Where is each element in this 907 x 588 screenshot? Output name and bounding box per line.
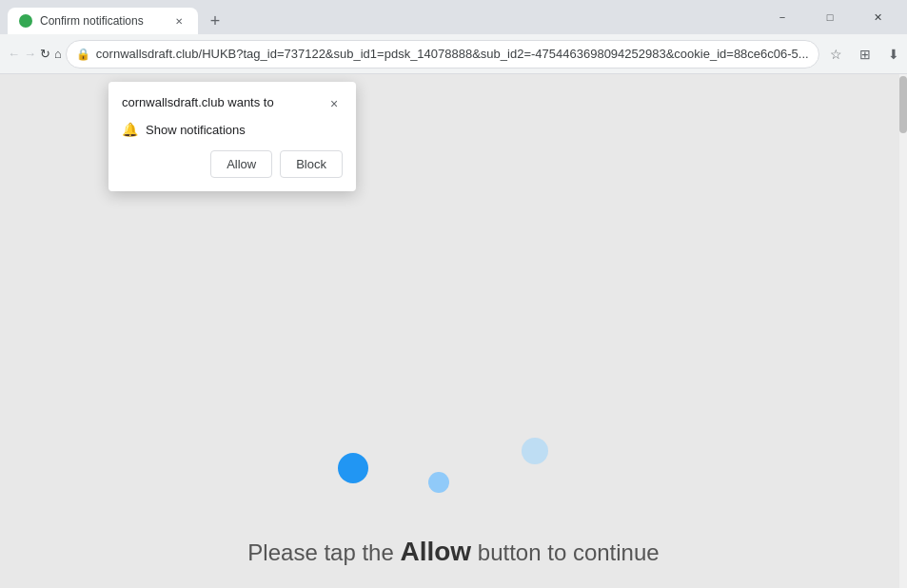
window-controls: − □ ✕ [760,3,899,31]
scrollbar-thumb[interactable] [899,76,907,133]
bookmark-button[interactable]: ☆ [823,41,850,68]
block-button[interactable]: Block [280,150,343,178]
home-button[interactable]: ⌂ [54,41,62,68]
address-text: cornwallsdraft.club/HUKB?tag_id=737122&s… [96,47,809,61]
new-tab-button[interactable]: + [202,8,228,34]
page-cta: Please tap the Allow button to continue [0,537,907,567]
forward-button[interactable]: → [24,41,36,68]
restore-button[interactable]: □ [808,3,852,31]
decorative-circle-lightblue [522,438,548,464]
cta-post-text: button to continue [471,539,659,565]
popup-permission: 🔔 Show notifications [122,122,343,137]
bell-icon: 🔔 [122,122,138,137]
toolbar-icons: ☆ ⊞ ⬇ ◯ ⋮ [823,41,907,68]
extensions-button[interactable]: ⊞ [852,41,878,68]
download-button[interactable]: ⬇ [880,41,907,68]
tab-close-btn[interactable]: ✕ [171,13,187,29]
tab-favicon [19,14,32,28]
page-content: cornwallsdraft.club wants to × 🔔 Show no… [0,74,907,588]
tab-title: Confirm notifications [40,14,164,28]
browser-window: Confirm notifications ✕ + − □ ✕ ← → ↻ ⌂ … [0,0,907,588]
close-window-button[interactable]: ✕ [856,3,899,31]
refresh-button[interactable]: ↻ [40,41,50,68]
allow-button[interactable]: Allow [210,150,272,178]
permission-text: Show notifications [146,123,246,137]
popup-close-button[interactable]: × [325,95,343,112]
decorative-circle-blue-large [338,453,368,483]
cta-pre-text: Please tap the [247,539,400,565]
tab-strip: Confirm notifications ✕ + [8,0,760,34]
decorative-circle-blue-small [428,472,449,493]
minimize-button[interactable]: − [760,3,804,31]
address-bar[interactable]: 🔒 cornwallsdraft.club/HUKB?tag_id=737122… [66,40,819,69]
lock-icon: 🔒 [76,48,90,61]
toolbar: ← → ↻ ⌂ 🔒 cornwallsdraft.club/HUKB?tag_i… [0,34,907,74]
scrollbar[interactable] [899,74,907,588]
popup-buttons: Allow Block [122,150,343,178]
notification-popup: cornwallsdraft.club wants to × 🔔 Show no… [108,82,356,191]
title-bar: Confirm notifications ✕ + − □ ✕ [0,0,907,34]
active-tab[interactable]: Confirm notifications ✕ [8,8,198,34]
popup-header: cornwallsdraft.club wants to × [122,95,343,112]
popup-site-name: cornwallsdraft.club wants to [122,95,274,109]
back-button[interactable]: ← [8,41,20,68]
cta-keyword: Allow [400,537,471,566]
